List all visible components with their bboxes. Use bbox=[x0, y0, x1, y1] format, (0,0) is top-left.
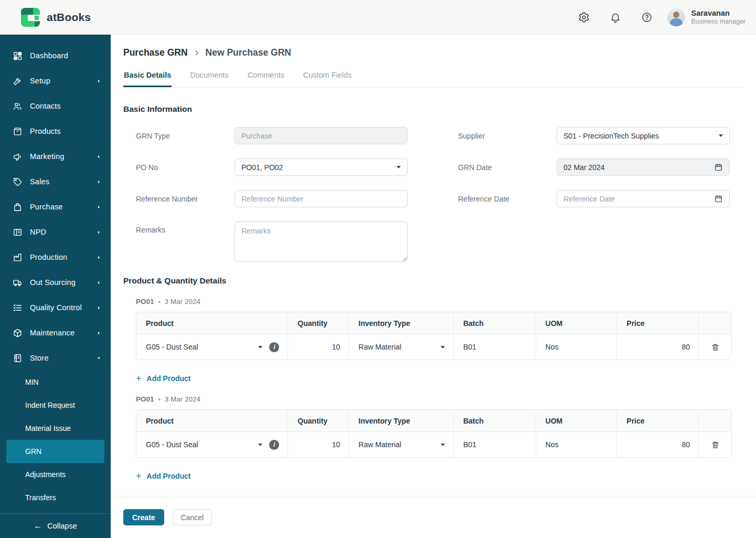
sidebar-item-products[interactable]: Products bbox=[0, 119, 111, 144]
help-icon[interactable] bbox=[640, 10, 654, 24]
column-header-quantity: Quantity bbox=[288, 410, 349, 432]
sidebar-item-marketing[interactable]: Marketing bbox=[0, 144, 111, 169]
sidebar-item-quality-control[interactable]: Quality Control bbox=[0, 295, 111, 320]
sidebar-item-transfers[interactable]: Transfers bbox=[0, 486, 111, 509]
chevron-right-icon bbox=[97, 280, 101, 285]
tab-documents[interactable]: Documents bbox=[189, 69, 229, 87]
remarks-label: Remarks bbox=[123, 221, 235, 234]
products-box-icon bbox=[13, 126, 23, 136]
sidebar-item-label: Out Sourcing bbox=[30, 278, 97, 287]
reference-date-field[interactable]: Reference Date bbox=[557, 190, 730, 207]
sidebar-item-label: Products bbox=[30, 127, 101, 135]
sidebar-item-purchase[interactable]: Purchase bbox=[0, 194, 111, 219]
column-header-inventory-type: Inventory Type bbox=[349, 312, 454, 334]
batch-cell[interactable]: B01 bbox=[454, 334, 536, 360]
truck-icon bbox=[13, 278, 23, 288]
sidebar-item-production[interactable]: Production bbox=[0, 245, 111, 270]
price-cell[interactable]: 80 bbox=[617, 432, 699, 457]
sidebar-item-grn[interactable]: GRN bbox=[6, 440, 104, 463]
supplier-value: S01 - PrecisionTech Supplies bbox=[563, 132, 715, 140]
chevron-right-icon bbox=[97, 331, 101, 335]
cancel-button[interactable]: Cancel bbox=[173, 509, 212, 525]
brand[interactable]: atBooks bbox=[21, 8, 91, 27]
breadcrumb-parent[interactable]: Purchase GRN bbox=[123, 47, 188, 58]
sidebar-subitem-label: GRN bbox=[25, 447, 41, 456]
sidebar-item-dashboard[interactable]: Dashboard bbox=[0, 43, 111, 68]
tab-basic-details[interactable]: Basic Details bbox=[123, 69, 172, 87]
notifications-bell-icon[interactable] bbox=[609, 10, 622, 24]
user-meta[interactable]: Saravanan Business manager bbox=[691, 8, 746, 26]
product-value: G05 - Dust Seal bbox=[146, 440, 254, 449]
add-product-button[interactable]: + Add Product bbox=[136, 471, 191, 481]
inventory-type-select[interactable]: Raw Material bbox=[358, 343, 445, 351]
quantity-cell[interactable]: 10 bbox=[288, 334, 349, 360]
po-header: PO01 • 3 Mar 2024 bbox=[136, 395, 742, 403]
tab-bar: Basic Details Documents Comments Custom … bbox=[123, 69, 742, 88]
user-name: Saravanan bbox=[691, 8, 746, 18]
delete-row-button[interactable] bbox=[710, 439, 721, 450]
sidebar-item-contacts[interactable]: Contacts bbox=[0, 93, 111, 119]
chevron-down-icon bbox=[258, 444, 262, 446]
column-header-product: Product bbox=[136, 410, 288, 432]
product-select[interactable]: G05 - Dust Seal i bbox=[146, 342, 279, 352]
table-row: G05 - Dust Seal i 10 Raw Material bbox=[136, 334, 731, 360]
batch-cell[interactable]: B01 bbox=[454, 432, 536, 457]
sidebar-item-material-issue[interactable]: Material Issue bbox=[0, 417, 111, 440]
column-header-uom: UOM bbox=[536, 312, 617, 334]
column-header-inventory-type: Inventory Type bbox=[349, 410, 454, 432]
sidebar-subitem-label: Material Issue bbox=[25, 424, 71, 432]
sidebar-collapse-button[interactable]: ← Collapse bbox=[0, 513, 111, 538]
sidebar-item-label: Store bbox=[30, 354, 97, 362]
checklist-icon bbox=[13, 303, 23, 313]
npd-board-icon bbox=[13, 227, 23, 237]
info-icon[interactable]: i bbox=[269, 342, 279, 352]
sidebar-item-npd[interactable]: NPD bbox=[0, 219, 111, 245]
sidebar-item-label: Maintenance bbox=[30, 329, 97, 337]
reference-number-input[interactable] bbox=[235, 190, 408, 207]
tab-comments[interactable]: Comments bbox=[247, 69, 285, 87]
plus-icon: + bbox=[136, 471, 142, 481]
tab-custom-fields[interactable]: Custom Fields bbox=[303, 69, 353, 87]
sidebar-item-sales[interactable]: Sales bbox=[0, 169, 111, 194]
quantity-cell[interactable]: 10 bbox=[288, 432, 349, 457]
grn-type-field: Purchase bbox=[235, 127, 408, 144]
delete-row-button[interactable] bbox=[710, 342, 721, 353]
calendar-icon bbox=[714, 194, 723, 203]
grn-date-value: 02 Mar 2024 bbox=[563, 163, 714, 172]
store-journal-icon bbox=[13, 353, 23, 363]
sidebar-item-adjustments[interactable]: Adjustments bbox=[0, 463, 111, 486]
settings-gear-icon[interactable] bbox=[577, 10, 591, 24]
po-number: PO01 bbox=[136, 298, 154, 305]
remarks-textarea[interactable] bbox=[235, 221, 408, 262]
supplier-select[interactable]: S01 - PrecisionTech Supplies bbox=[557, 127, 730, 144]
trash-icon bbox=[711, 343, 720, 352]
sidebar-item-out-sourcing[interactable]: Out Sourcing bbox=[0, 270, 111, 295]
wrench-icon bbox=[13, 76, 23, 86]
po-no-select[interactable]: PO01, PO02 bbox=[235, 159, 408, 176]
sidebar-item-min[interactable]: MIN bbox=[0, 371, 111, 394]
atbooks-logo-icon bbox=[21, 8, 40, 27]
user-avatar[interactable] bbox=[667, 8, 685, 26]
sidebar-subitem-label: Adjustments bbox=[25, 470, 66, 479]
sidebar-nav: Dashboard Setup Contacts Products bbox=[0, 35, 111, 509]
product-select[interactable]: G05 - Dust Seal i bbox=[146, 440, 279, 450]
reference-date-placeholder: Reference Date bbox=[563, 195, 714, 203]
sidebar-item-store[interactable]: Store bbox=[0, 345, 111, 371]
sidebar: Dashboard Setup Contacts Products bbox=[0, 35, 111, 538]
create-button[interactable]: Create bbox=[123, 509, 164, 525]
inventory-type-select[interactable]: Raw Material bbox=[358, 440, 445, 449]
collapse-label: Collapse bbox=[47, 522, 77, 530]
sidebar-item-setup[interactable]: Setup bbox=[0, 68, 111, 93]
sidebar-item-maintenance[interactable]: Maintenance bbox=[0, 320, 111, 345]
sidebar-item-indent-request[interactable]: Indent Request bbox=[0, 394, 111, 417]
basic-information-form: GRN Type Purchase Supplier S01 - Precisi… bbox=[123, 127, 742, 262]
column-header-batch: Batch bbox=[454, 410, 536, 432]
add-product-button[interactable]: + Add Product bbox=[136, 374, 191, 383]
column-header-price: Price bbox=[617, 410, 699, 432]
chevron-down-icon bbox=[441, 346, 445, 349]
chevron-right-icon bbox=[97, 230, 101, 235]
info-icon[interactable]: i bbox=[269, 440, 279, 450]
price-cell[interactable]: 80 bbox=[617, 334, 699, 360]
grn-type-label: GRN Type bbox=[123, 132, 235, 140]
grn-date-field[interactable]: 02 Mar 2024 bbox=[557, 159, 730, 176]
